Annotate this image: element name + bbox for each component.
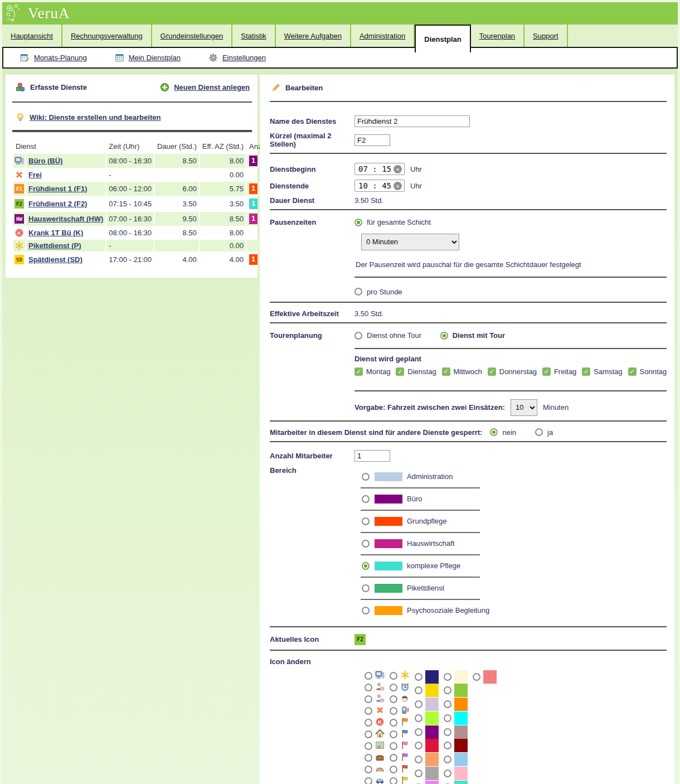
gesperrt-option-ja[interactable]: ja — [535, 428, 553, 437]
radio-icon[interactable] — [444, 756, 451, 763]
radio-icon[interactable] — [415, 770, 422, 777]
radio-icon[interactable] — [365, 730, 372, 738]
color-option-800080[interactable] — [415, 725, 439, 739]
tour-option-ohne[interactable]: Dienst ohne Tour — [354, 331, 421, 340]
icon-option-house[interactable] — [365, 729, 385, 741]
weekday-donnerstag[interactable]: ✓Donnerstag — [488, 367, 537, 376]
radio-icon[interactable] — [390, 742, 397, 750]
service-link[interactable]: Frühdienst 1 (F1) — [28, 185, 87, 193]
radio-icon[interactable] — [390, 754, 397, 762]
radio-icon[interactable] — [365, 777, 372, 784]
color-option-fbf8d4[interactable] — [444, 670, 468, 684]
icon-option-person-blue-clock[interactable] — [365, 694, 385, 705]
checkbox-checked-icon[interactable]: ✓ — [442, 367, 450, 376]
icon-option-flag-pink[interactable] — [390, 741, 410, 752]
weekday-mittwoch[interactable]: ✓Mittwoch — [442, 367, 482, 376]
radio-icon[interactable] — [415, 756, 422, 763]
radio-icon[interactable] — [390, 707, 397, 715]
clear-time-icon[interactable]: ✕ — [394, 182, 402, 190]
color-option-ee82ee[interactable] — [415, 781, 439, 784]
tab-weitere-aufgaben[interactable]: Weitere Aufgaben — [276, 25, 351, 47]
tab-tourenplan[interactable]: Tourenplan — [471, 25, 524, 47]
radio-icon[interactable] — [365, 695, 372, 703]
tab-support[interactable]: Support — [524, 25, 568, 47]
radio-icon[interactable] — [390, 695, 397, 703]
radio-icon[interactable] — [362, 607, 370, 614]
weekday-dienstag[interactable]: ✓Dienstag — [396, 367, 436, 376]
tab-statistik[interactable]: Statistik — [232, 25, 276, 47]
radio-icon[interactable] — [444, 742, 451, 749]
color-option-f08080[interactable] — [473, 670, 497, 684]
subnav-einstellungen[interactable]: Einstellungen — [208, 53, 266, 62]
color-option-23227a[interactable] — [415, 670, 439, 684]
radio-icon[interactable] — [362, 540, 370, 548]
radio-selected-icon[interactable] — [440, 332, 448, 340]
icon-option-flag-orange[interactable] — [390, 717, 410, 729]
anzahl-input[interactable] — [354, 450, 390, 462]
radio-icon[interactable] — [365, 754, 372, 762]
checkbox-checked-icon[interactable]: ✓ — [628, 367, 637, 376]
dienstende-input[interactable]: 10 : 45 ✕ — [354, 180, 405, 192]
color-option-ffb9c5[interactable] — [444, 767, 468, 780]
color-option-00ffff[interactable] — [444, 712, 468, 725]
icon-option-picture[interactable] — [365, 741, 385, 752]
radio-icon[interactable] — [444, 673, 451, 681]
radio-selected-icon[interactable] — [362, 562, 370, 570]
radio-icon[interactable] — [365, 684, 372, 691]
color-option-93cdec[interactable] — [444, 753, 468, 766]
radio-icon[interactable] — [415, 700, 422, 708]
bereich-option-psychosoziale-begleitung[interactable]: Psychosoziale Begleitung — [362, 606, 667, 615]
service-link[interactable]: Büro (BÜ) — [28, 157, 62, 165]
pause-option-pro-stunde[interactable]: pro Stunde — [354, 288, 402, 296]
radio-icon[interactable] — [444, 714, 451, 722]
radio-selected-icon[interactable] — [490, 428, 498, 436]
checkbox-checked-icon[interactable]: ✓ — [542, 367, 551, 376]
gesperrt-option-nein[interactable]: nein — [490, 428, 516, 437]
service-link[interactable]: Krank 1T Bü (K) — [28, 229, 83, 237]
radio-icon[interactable] — [415, 686, 422, 694]
new-service-link[interactable]: Neuen Dienst anlegen — [160, 83, 250, 92]
bereich-option-pikettdienst[interactable]: Pikettdienst — [362, 584, 667, 593]
color-option-a6a6a6[interactable] — [415, 767, 439, 780]
radio-icon[interactable] — [365, 672, 372, 680]
radio-icon[interactable] — [415, 673, 422, 681]
subnav-mein-dienstplan[interactable]: Mein Dienstplan — [115, 53, 181, 62]
icon-option-computer[interactable] — [365, 670, 385, 682]
bereich-option-administration[interactable]: Administration — [362, 472, 667, 481]
weekday-freitag[interactable]: ✓Freitag — [542, 367, 576, 376]
wiki-link[interactable]: Wiki: Dienste erstellen und bearbeiten — [16, 113, 161, 122]
tab-dienstplan[interactable]: Dienstplan — [415, 25, 470, 52]
tab-rechnungsverwaltung[interactable]: Rechnungsverwaltung — [62, 25, 152, 47]
icon-option-phone[interactable] — [390, 705, 410, 717]
tab-grundeinstellungen[interactable]: Grundeinstellungen — [152, 25, 233, 47]
color-option-b29090[interactable] — [444, 725, 468, 739]
weekday-sonntag[interactable]: ✓Sonntag — [628, 367, 667, 376]
clear-time-icon[interactable]: ✕ — [394, 165, 402, 173]
icon-option-alarm-clock[interactable] — [390, 682, 410, 694]
radio-icon[interactable] — [365, 719, 372, 727]
color-option-8b0000[interactable] — [444, 739, 468, 752]
bereich-option-grundpflege[interactable]: Grundpflege — [362, 517, 667, 526]
color-option-adff2f[interactable] — [415, 712, 439, 725]
color-option-f2a263[interactable] — [415, 753, 439, 766]
icon-option-flag-violet[interactable] — [390, 752, 410, 764]
service-link[interactable]: Frei — [28, 171, 42, 179]
service-link[interactable]: Frühdienst 2 (F2) — [28, 200, 87, 208]
tab-administration[interactable]: Administration — [351, 25, 415, 47]
color-option-ff8c00[interactable] — [444, 698, 468, 711]
bereich-option-büro[interactable]: Büro — [362, 495, 667, 504]
icon-option-cross[interactable] — [365, 705, 385, 717]
radio-icon[interactable] — [444, 728, 451, 736]
radio-icon[interactable] — [390, 766, 397, 773]
tour-option-mit[interactable]: Dienst mit Tour — [440, 331, 505, 340]
checkbox-checked-icon[interactable]: ✓ — [396, 367, 404, 376]
radio-icon[interactable] — [444, 700, 451, 708]
name-input[interactable] — [354, 115, 470, 127]
radio-icon[interactable] — [365, 766, 372, 773]
radio-icon[interactable] — [390, 684, 397, 691]
fahrzeit-select[interactable]: 10 — [511, 399, 537, 416]
icon-option-person-red-clock[interactable] — [365, 682, 385, 694]
radio-icon[interactable] — [362, 495, 370, 503]
radio-icon[interactable] — [362, 517, 370, 525]
radio-icon[interactable] — [390, 672, 397, 680]
